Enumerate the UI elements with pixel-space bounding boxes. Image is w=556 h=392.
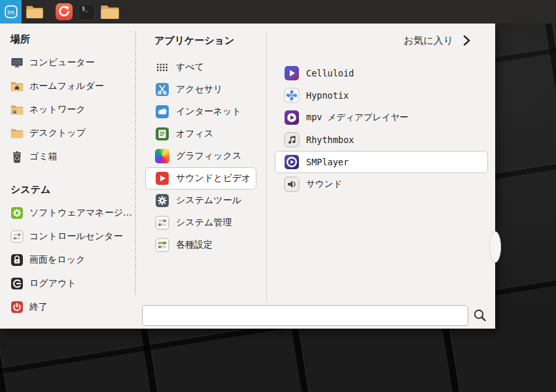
app-label: Rhythmbox [306,135,354,145]
folder-icon [26,4,44,20]
app-label: サウンド [306,178,342,190]
category-preferences[interactable]: 各種設定 [145,234,256,256]
search-icon [472,308,488,323]
home-folder-icon [10,80,24,93]
firefox-launcher-button[interactable] [55,3,73,21]
trash-icon [10,150,24,163]
search-input[interactable] [142,305,468,326]
terminal-prompt-glyph: $_ [82,6,88,12]
sidebar-item-label: ソフトウェアマネージ… [29,207,132,219]
network-folder-icon [10,103,24,116]
mint-menu-panel: 場所 コンピューター ホームフォルダー [0,24,495,329]
smplayer-icon [284,154,300,170]
category-label: システムツール [176,195,241,206]
category-label: すべて [176,61,204,73]
sidebar-item-label: ログアウト [29,278,77,289]
sidebar-item-logout[interactable]: ログアウト [10,272,135,295]
category-office[interactable]: オフィス [145,123,256,145]
sidebar-item-desktop[interactable]: デスクトップ [10,122,135,145]
category-list: すべて アクセサリ [149,56,266,256]
sound-video-icon [155,171,169,186]
sidebar-item-control-center[interactable]: コントロールセンター [10,225,135,248]
control-center-icon [10,230,24,243]
sidebar-item-label: コンピューター [29,57,95,69]
sidebar: 場所 コンピューター ホームフォルダー [0,24,135,329]
mpv-icon [284,110,300,125]
app-row-sound[interactable]: サウンド [275,173,488,195]
folder-launcher-button[interactable] [25,2,44,22]
sidebar-item-software-manager[interactable]: ソフトウェアマネージ… [10,201,135,225]
system-header: システム [10,182,135,197]
app-label: Hypnotix [306,90,349,101]
sidebar-item-label: 終了 [29,301,48,313]
category-system-admin[interactable]: システム管理 [145,212,256,234]
app-row-mpv[interactable]: mpv メディアプレイヤー [275,106,488,129]
app-row-rhythmbox[interactable]: Rhythmbox [275,129,488,151]
office-icon [155,127,169,141]
lock-screen-icon [10,253,24,267]
accessories-icon [155,82,169,97]
sidebar-item-label: ホームフォルダー [29,80,104,92]
sidebar-item-lock-screen[interactable]: 画面をロック [10,248,135,272]
category-accessories[interactable]: アクセサリ [145,78,256,101]
applications-header: アプリケーション [154,33,266,48]
sidebar-item-computer[interactable]: コンピューター [10,51,135,74]
apps-column: お気に入り Celluloid [266,24,495,329]
shutdown-icon [10,301,24,314]
logout-icon [10,277,24,290]
sidebar-item-quit[interactable]: 終了 [10,295,135,319]
files-icon [100,3,120,20]
software-manager-icon [10,206,24,220]
category-graphics[interactable]: グラフィックス [145,145,256,167]
computer-icon [10,56,24,69]
sidebar-item-label: デスクトップ [29,127,86,139]
chevron-right-icon [463,35,471,46]
categories-column: アプリケーション すべて [135,24,266,329]
sidebar-item-label: 画面をロック [29,254,85,266]
sidebar-item-label: ネットワーク [29,104,86,116]
favorites-link[interactable]: お気に入り [404,33,471,48]
app-row-hypnotix[interactable]: Hypnotix [275,84,488,106]
favorites-label: お気に入り [404,35,453,47]
category-system-tools[interactable]: システムツール [145,189,256,212]
firefox-icon [55,3,73,21]
sidebar-item-label: ゴミ箱 [29,151,58,163]
category-sound-video[interactable]: サウンドとビデオ [145,167,256,189]
category-label: インターネット [176,106,241,118]
category-label: オフィス [176,128,213,140]
desktop-folder-icon [10,127,24,140]
category-label: サウンドとビデオ [176,172,251,184]
sidebar-item-network[interactable]: ネットワーク [10,98,135,122]
internet-icon [155,105,169,119]
rhythmbox-icon [284,132,300,148]
system-tools-icon [155,193,169,208]
category-label: 各種設定 [176,239,213,251]
category-label: グラフィックス [176,150,241,162]
sidebar-item-home[interactable]: ホームフォルダー [10,74,135,98]
sidebar-item-label: コントロールセンター [29,231,123,242]
system-admin-icon [155,216,169,230]
app-row-smplayer[interactable]: SMPlayer [275,151,488,173]
celluloid-icon [284,65,300,81]
preferences-icon [155,238,169,252]
category-internet[interactable]: インターネット [145,101,256,123]
files-launcher-button[interactable] [100,2,120,22]
hypnotix-icon [284,88,300,103]
app-label: mpv メディアプレイヤー [306,112,409,123]
app-label: SMPlayer [306,157,349,167]
category-all[interactable]: すべて [145,56,256,78]
app-row-celluloid[interactable]: Celluloid [275,62,488,84]
svg-text:lm: lm [7,9,14,16]
category-label: アクセサリ [176,84,223,95]
mint-menu-icon: lm [4,5,18,19]
places-header: 場所 [10,31,135,47]
app-list: Celluloid Hypnotix [280,62,495,195]
taskbar: lm $_ [0,0,556,24]
terminal-launcher-button[interactable]: $_ [78,3,96,21]
mint-menu-button[interactable]: lm [0,0,22,24]
all-apps-icon [155,60,169,74]
sound-settings-icon [284,176,300,192]
sidebar-item-trash[interactable]: ゴミ箱 [10,145,135,169]
app-label: Celluloid [306,68,354,78]
graphics-icon [155,149,169,163]
